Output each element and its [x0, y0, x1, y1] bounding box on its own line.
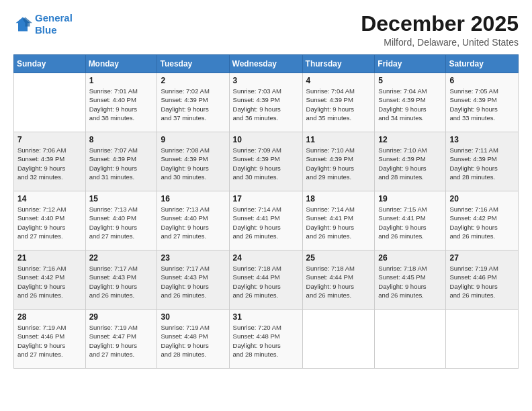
- day-number: 21: [17, 253, 82, 263]
- day-info: Sunrise: 7:06 AM Sunset: 4:39 PM Dayligh…: [17, 146, 82, 181]
- calendar-cell: 9Sunrise: 7:08 AM Sunset: 4:39 PM Daylig…: [157, 132, 229, 191]
- calendar-cell: 3Sunrise: 7:03 AM Sunset: 4:39 PM Daylig…: [229, 73, 302, 132]
- calendar-week-row: 7Sunrise: 7:06 AM Sunset: 4:39 PM Daylig…: [14, 132, 519, 191]
- calendar-cell: 16Sunrise: 7:13 AM Sunset: 4:40 PM Dayli…: [157, 191, 229, 250]
- day-number: 1: [89, 76, 154, 85]
- day-info: Sunrise: 7:18 AM Sunset: 4:45 PM Dayligh…: [378, 264, 442, 300]
- page: General Blue December 2025 Milford, Dela…: [0, 0, 532, 411]
- day-info: Sunrise: 7:13 AM Sunset: 4:40 PM Dayligh…: [89, 205, 154, 240]
- calendar-cell: 12Sunrise: 7:10 AM Sunset: 4:39 PM Dayli…: [375, 132, 446, 191]
- day-info: Sunrise: 7:19 AM Sunset: 4:46 PM Dayligh…: [17, 323, 82, 359]
- day-info: Sunrise: 7:08 AM Sunset: 4:39 PM Dayligh…: [161, 146, 225, 181]
- day-number: 31: [233, 312, 299, 322]
- day-info: Sunrise: 7:16 AM Sunset: 4:42 PM Dayligh…: [449, 205, 515, 240]
- calendar-cell: 17Sunrise: 7:14 AM Sunset: 4:41 PM Dayli…: [229, 191, 302, 250]
- day-number: 26: [378, 253, 442, 263]
- header: General Blue December 2025 Milford, Dela…: [13, 12, 519, 48]
- calendar-cell: 15Sunrise: 7:13 AM Sunset: 4:40 PM Dayli…: [85, 191, 157, 250]
- day-info: Sunrise: 7:09 AM Sunset: 4:39 PM Dayligh…: [233, 146, 299, 181]
- day-number: 7: [17, 135, 82, 144]
- calendar-cell: 23Sunrise: 7:17 AM Sunset: 4:43 PM Dayli…: [157, 250, 229, 310]
- day-info: Sunrise: 7:01 AM Sunset: 4:40 PM Dayligh…: [89, 87, 154, 122]
- day-number: 28: [17, 312, 82, 322]
- day-number: 2: [161, 76, 225, 85]
- calendar-week-row: 21Sunrise: 7:16 AM Sunset: 4:42 PM Dayli…: [14, 250, 519, 310]
- calendar-cell: 4Sunrise: 7:04 AM Sunset: 4:39 PM Daylig…: [302, 73, 375, 132]
- calendar-header-row: SundayMondayTuesdayWednesdayThursdayFrid…: [14, 55, 519, 73]
- calendar-cell: 7Sunrise: 7:06 AM Sunset: 4:39 PM Daylig…: [14, 132, 86, 191]
- day-info: Sunrise: 7:17 AM Sunset: 4:43 PM Dayligh…: [89, 264, 154, 300]
- day-number: 25: [306, 253, 371, 263]
- day-number: 29: [89, 312, 154, 322]
- calendar-cell: 2Sunrise: 7:02 AM Sunset: 4:39 PM Daylig…: [157, 73, 229, 132]
- day-number: 10: [233, 135, 299, 144]
- day-info: Sunrise: 7:04 AM Sunset: 4:39 PM Dayligh…: [378, 87, 442, 122]
- day-info: Sunrise: 7:19 AM Sunset: 4:48 PM Dayligh…: [161, 323, 225, 359]
- day-info: Sunrise: 7:19 AM Sunset: 4:47 PM Dayligh…: [89, 323, 154, 359]
- subtitle: Milford, Delaware, United States: [361, 37, 519, 48]
- day-info: Sunrise: 7:18 AM Sunset: 4:44 PM Dayligh…: [306, 264, 371, 300]
- day-number: 19: [378, 194, 442, 203]
- calendar-week-row: 1Sunrise: 7:01 AM Sunset: 4:40 PM Daylig…: [14, 73, 519, 132]
- day-number: 14: [17, 194, 82, 203]
- day-number: 22: [89, 253, 154, 263]
- calendar-table: SundayMondayTuesdayWednesdayThursdayFrid…: [13, 54, 519, 369]
- logo: General Blue: [13, 12, 73, 36]
- calendar-cell: 26Sunrise: 7:18 AM Sunset: 4:45 PM Dayli…: [375, 250, 446, 310]
- calendar-day-header-friday: Friday: [375, 55, 446, 73]
- day-info: Sunrise: 7:17 AM Sunset: 4:43 PM Dayligh…: [161, 264, 225, 300]
- day-number: 6: [449, 76, 515, 85]
- calendar-cell: 18Sunrise: 7:14 AM Sunset: 4:41 PM Dayli…: [302, 191, 375, 250]
- calendar-day-header-tuesday: Tuesday: [157, 55, 229, 73]
- calendar-cell: 14Sunrise: 7:12 AM Sunset: 4:40 PM Dayli…: [14, 191, 86, 250]
- day-info: Sunrise: 7:11 AM Sunset: 4:39 PM Dayligh…: [449, 146, 515, 181]
- calendar-cell: 19Sunrise: 7:15 AM Sunset: 4:41 PM Dayli…: [375, 191, 446, 250]
- calendar-cell: 13Sunrise: 7:11 AM Sunset: 4:39 PM Dayli…: [446, 132, 519, 191]
- calendar-day-header-saturday: Saturday: [446, 55, 519, 73]
- day-info: Sunrise: 7:14 AM Sunset: 4:41 PM Dayligh…: [306, 205, 371, 240]
- day-number: 12: [378, 135, 442, 144]
- day-info: Sunrise: 7:07 AM Sunset: 4:39 PM Dayligh…: [89, 146, 154, 181]
- day-number: 17: [233, 194, 299, 203]
- calendar-cell: 10Sunrise: 7:09 AM Sunset: 4:39 PM Dayli…: [229, 132, 302, 191]
- calendar-cell: 20Sunrise: 7:16 AM Sunset: 4:42 PM Dayli…: [446, 191, 519, 250]
- day-info: Sunrise: 7:18 AM Sunset: 4:44 PM Dayligh…: [233, 264, 299, 300]
- logo-line2: Blue: [35, 24, 57, 36]
- calendar-day-header-wednesday: Wednesday: [229, 55, 302, 73]
- day-info: Sunrise: 7:13 AM Sunset: 4:40 PM Dayligh…: [161, 205, 225, 240]
- calendar-cell: 27Sunrise: 7:19 AM Sunset: 4:46 PM Dayli…: [446, 250, 519, 310]
- day-number: 27: [449, 253, 515, 263]
- calendar-cell: 8Sunrise: 7:07 AM Sunset: 4:39 PM Daylig…: [85, 132, 157, 191]
- day-info: Sunrise: 7:14 AM Sunset: 4:41 PM Dayligh…: [233, 205, 299, 240]
- calendar-cell: [375, 310, 446, 369]
- calendar-cell: 29Sunrise: 7:19 AM Sunset: 4:47 PM Dayli…: [85, 310, 157, 369]
- day-info: Sunrise: 7:19 AM Sunset: 4:46 PM Dayligh…: [449, 264, 515, 300]
- calendar-cell: 5Sunrise: 7:04 AM Sunset: 4:39 PM Daylig…: [375, 73, 446, 132]
- logo-text: General Blue: [35, 12, 73, 36]
- day-info: Sunrise: 7:15 AM Sunset: 4:41 PM Dayligh…: [378, 205, 442, 240]
- day-number: 24: [233, 253, 299, 263]
- day-number: 18: [306, 194, 371, 203]
- calendar-cell: [14, 73, 86, 132]
- day-number: 8: [89, 135, 154, 144]
- calendar-cell: 6Sunrise: 7:05 AM Sunset: 4:39 PM Daylig…: [446, 73, 519, 132]
- calendar-cell: 28Sunrise: 7:19 AM Sunset: 4:46 PM Dayli…: [14, 310, 86, 369]
- day-number: 13: [449, 135, 515, 144]
- day-number: 5: [378, 76, 442, 85]
- day-number: 20: [449, 194, 515, 203]
- calendar-cell: 1Sunrise: 7:01 AM Sunset: 4:40 PM Daylig…: [85, 73, 157, 132]
- day-info: Sunrise: 7:02 AM Sunset: 4:39 PM Dayligh…: [161, 87, 225, 122]
- day-info: Sunrise: 7:10 AM Sunset: 4:39 PM Dayligh…: [378, 146, 442, 181]
- day-info: Sunrise: 7:03 AM Sunset: 4:39 PM Dayligh…: [233, 87, 299, 122]
- day-number: 4: [306, 76, 371, 85]
- day-info: Sunrise: 7:16 AM Sunset: 4:42 PM Dayligh…: [17, 264, 82, 300]
- day-number: 16: [161, 194, 225, 203]
- day-info: Sunrise: 7:10 AM Sunset: 4:39 PM Dayligh…: [306, 146, 371, 181]
- calendar-day-header-thursday: Thursday: [302, 55, 375, 73]
- calendar-cell: [302, 310, 375, 369]
- day-info: Sunrise: 7:05 AM Sunset: 4:39 PM Dayligh…: [449, 87, 515, 122]
- calendar-cell: 31Sunrise: 7:20 AM Sunset: 4:48 PM Dayli…: [229, 310, 302, 369]
- calendar-cell: 21Sunrise: 7:16 AM Sunset: 4:42 PM Dayli…: [14, 250, 86, 310]
- calendar-cell: 30Sunrise: 7:19 AM Sunset: 4:48 PM Dayli…: [157, 310, 229, 369]
- calendar-week-row: 28Sunrise: 7:19 AM Sunset: 4:46 PM Dayli…: [14, 310, 519, 369]
